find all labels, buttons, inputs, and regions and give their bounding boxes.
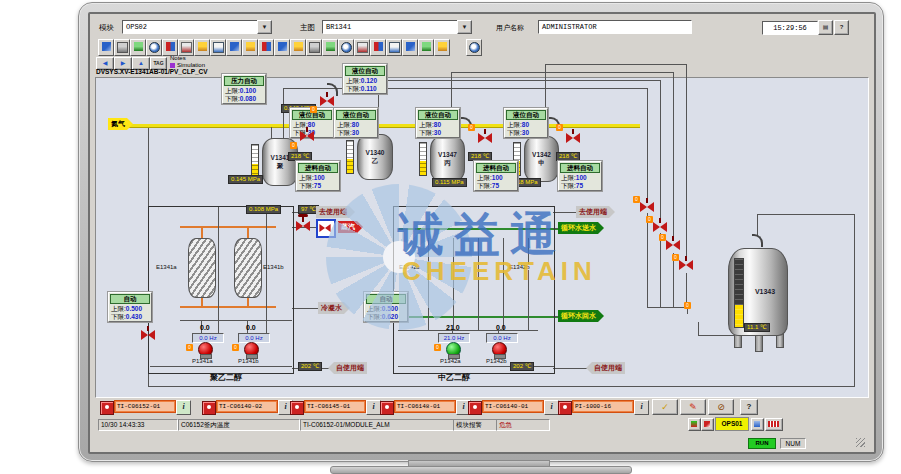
pump-p1342a[interactable] (446, 342, 461, 357)
pressure-readout: 0.108 MPa (246, 205, 281, 214)
toolbar-print-icon[interactable] (114, 39, 130, 56)
valve-icon[interactable] (666, 240, 680, 251)
main-picture-select[interactable]: BR1341 (322, 20, 462, 34)
toolbar-clock-icon[interactable] (466, 39, 482, 56)
alarm-tag-button[interactable]: TI-C06145-01 (304, 400, 366, 413)
temp-readout: 218 ℃ (468, 152, 492, 161)
module-dropdown-icon[interactable]: ▼ (257, 20, 272, 34)
ctrl-box-level-top[interactable]: 液位自动 上限:0.120 下限:0.110 (343, 64, 387, 94)
alarm-tag-button[interactable]: TI-C06140-02 (216, 400, 278, 413)
ctrl-box-level-4[interactable]: 液位自动 上限:80 下限:30 (504, 108, 548, 138)
tank-v1347[interactable]: V1347 丙 (430, 136, 465, 182)
valve-icon[interactable] (141, 330, 155, 341)
toolbar-alarm-list-icon[interactable] (258, 39, 274, 56)
valve-icon[interactable] (320, 96, 334, 107)
module-label: 模块 (99, 23, 114, 33)
print-icon[interactable]: ▤ (818, 20, 833, 35)
alarm-ack-all-icon[interactable]: ✎ (680, 399, 706, 415)
toolbar-exit-icon[interactable] (98, 39, 114, 56)
alarm-tag-button[interactable]: PI-1000-16 (572, 400, 634, 413)
steam-control-valve-icon[interactable] (296, 221, 310, 232)
toolbar-users-icon[interactable] (322, 39, 338, 56)
cooling-water-return-flag: 循环水回水 (558, 310, 604, 322)
selected-tag-text: DVSYS.XV-E1341AB-01/PV_CLP_CV (96, 68, 208, 75)
toolbar-tile-icon[interactable] (162, 39, 178, 56)
monitor-stand-base (330, 466, 632, 474)
toolbar-batch-icon[interactable] (130, 39, 146, 56)
trend-mini-icon[interactable] (688, 418, 701, 431)
temp-readout: 202 ℃ (298, 362, 322, 371)
alarm-tag-button[interactable]: TI-C06152-01 (114, 400, 176, 413)
alarm-datetime: 10/30 14:43:33 (98, 419, 178, 431)
alarm-description: C06152釜内温度 (178, 419, 300, 431)
valve-icon[interactable] (478, 133, 492, 144)
toolbar-process-icon[interactable] (386, 39, 402, 56)
main-picture-label: 主图 (300, 23, 315, 33)
pipe (757, 214, 758, 236)
temp-readout: 202 ℃ (510, 362, 534, 371)
alarm-priority-icon (380, 401, 394, 415)
tank-v1342[interactable]: V1342 中 (524, 136, 559, 182)
toolbar-history-icon[interactable] (418, 39, 434, 56)
ctrl-box-pressure[interactable]: 压力自动 上限:0.100 下限:0.080 (222, 74, 266, 104)
alarm-suppress-icon[interactable]: ⊘ (708, 399, 734, 415)
module-select[interactable]: OPS02 (122, 20, 262, 34)
toolbar-diagnostic-icon[interactable] (354, 39, 370, 56)
alarm-info-button[interactable]: i (634, 400, 649, 415)
toolbar-tools-icon[interactable] (370, 39, 386, 56)
toolbar-trend-icon[interactable] (338, 39, 354, 56)
toolbar-alarm-band-icon[interactable] (274, 39, 290, 56)
help-button[interactable]: ? (834, 20, 849, 35)
toolbar-alarm-ack-icon[interactable] (242, 39, 258, 56)
pipe (378, 80, 660, 81)
ctrl-box-feed-3[interactable]: 进料自动 上限:100 下限:75 (558, 161, 602, 191)
network-mini-icon[interactable] (751, 418, 764, 431)
temp-readout: 218 ℃ (556, 152, 580, 161)
tank-v1340[interactable]: V1340 乙 (357, 134, 393, 180)
valve-icon[interactable] (300, 131, 314, 142)
ctrl-box-feed-2[interactable]: 进料自动 上限:100 下限:75 (474, 161, 518, 191)
pump-p1342b[interactable] (492, 342, 507, 357)
ctrl-box-level-2[interactable]: 液位自动 上限:80 下限:30 (334, 108, 378, 138)
toolbar-display-icon[interactable] (226, 39, 242, 56)
exchanger-e1341a[interactable] (188, 238, 216, 298)
valve-icon[interactable] (679, 260, 693, 271)
alarm-info-button[interactable]: i (366, 400, 381, 415)
station-badge[interactable]: OPS01 (715, 417, 749, 431)
toolbar-report-icon[interactable] (306, 39, 322, 56)
alarm-info-button[interactable]: i (176, 400, 191, 415)
ctrl-box-feed-1[interactable]: 进料自动 上限:100 下限:75 (296, 161, 340, 191)
ack-mini-icon[interactable] (701, 418, 714, 431)
alarm-priority-icon (468, 401, 482, 415)
alarm-tag-button[interactable]: TI-C06148-01 (394, 400, 456, 413)
alarm-help-button[interactable]: ? (740, 399, 758, 415)
toolbar-picture-icon[interactable] (290, 39, 306, 56)
valve-icon[interactable] (653, 222, 667, 233)
pump-p1341b[interactable] (244, 342, 259, 357)
status-marker: 0 (310, 106, 317, 113)
valve-icon[interactable] (566, 133, 580, 144)
toolbar-find-icon[interactable] (146, 39, 162, 56)
ctrl-box-level-3[interactable]: 液位自动 上限:80 下限:30 (416, 108, 460, 138)
ctrl-box-auto-left[interactable]: 自动 上限:0.500 下限:0.430 (108, 292, 152, 322)
level-gauge (734, 258, 744, 328)
pump-p1341a[interactable] (198, 342, 213, 357)
picture-dropdown-icon[interactable]: ▼ (457, 20, 472, 34)
status-marker: 0 (672, 254, 679, 261)
toolbar-operator-icon[interactable] (178, 39, 194, 56)
grid-mini-icon[interactable] (765, 418, 783, 431)
self-use-flag: 自使用端 (586, 362, 625, 374)
pressure-readout: 0.145 MPa (228, 175, 263, 184)
alarm-tag-button[interactable]: TI-C06140-01 (482, 400, 544, 413)
exchanger-e1341b[interactable] (234, 238, 262, 298)
toolbar-events-icon[interactable] (402, 39, 418, 56)
alarm-type: 模块报警 (453, 419, 497, 431)
toolbar-notes-icon[interactable] (434, 39, 450, 56)
valve-icon[interactable] (640, 202, 654, 213)
level-gauge (419, 142, 427, 176)
alarm-ack-icon[interactable]: ✓ (652, 399, 678, 415)
toolbar-back-icon[interactable] (210, 39, 226, 56)
resize-grip[interactable] (856, 438, 865, 447)
toolbar-open-icon[interactable] (194, 39, 210, 56)
alarm-info-button[interactable]: i (544, 400, 559, 415)
